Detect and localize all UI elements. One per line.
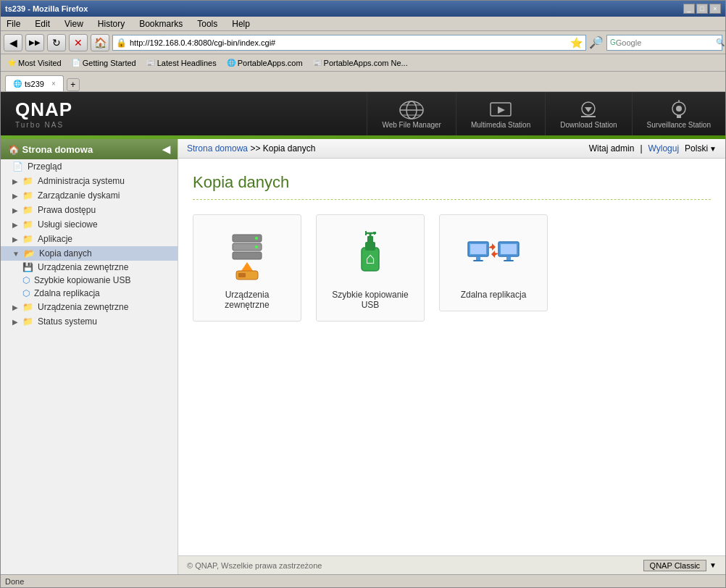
sidebar-item-label: Status systemu <box>38 316 97 327</box>
tab-ts239[interactable]: 🌐 ts239 × <box>5 75 64 91</box>
page-title: Kopia danych <box>193 173 711 200</box>
svg-marker-8 <box>585 107 592 112</box>
sidebar-item-label: Administracja systemu <box>38 176 125 186</box>
sidebar-item-label: Zarządzanie dyskami <box>38 190 120 201</box>
sidebar-item-przeglad[interactable]: 📄 Przegląd <box>1 159 178 174</box>
svg-rect-33 <box>476 256 480 260</box>
logout-link[interactable]: Wyloguj <box>648 143 680 154</box>
download-svg <box>575 99 601 121</box>
browser-window: ts239 - Mozilla Firefox _ □ × File Edit … <box>0 0 726 588</box>
tab-bar: 🌐 ts239 × + <box>1 72 725 92</box>
sidebar-item-prawa[interactable]: ▶ 📁 Prawa dostępu <box>1 203 178 217</box>
bookmark-getting-started[interactable]: 📄 Getting Started <box>70 58 138 68</box>
forward-button[interactable]: ▶▶ <box>25 34 44 51</box>
news2-icon: 📰 <box>313 59 322 67</box>
download-station-label: Download Station <box>560 121 617 129</box>
surveillance-station-label: Surveillance Station <box>647 121 711 129</box>
sidebar-item-label: Usługi sieciowe <box>38 219 98 230</box>
page-content: Kopia danych <box>178 159 725 555</box>
close-button[interactable]: × <box>709 4 721 14</box>
usb-svg: ⌂ <box>341 226 399 284</box>
sidebar-child-label: Urządzenia zewnętrzne <box>38 262 128 272</box>
arrow-icon: ▶ <box>12 206 18 214</box>
qnap-body: 🏠 Strona domowa ◀ 📄 Przegląd ▶ 📁 Adminis… <box>1 139 725 574</box>
menu-bookmarks[interactable]: Bookmarks <box>136 18 185 30</box>
icon-grid: Urządzenia zewnętrzne ⌂ <box>193 214 711 322</box>
multimedia-station-icon[interactable]: Multimedia Station <box>456 92 545 135</box>
svg-point-11 <box>676 106 682 112</box>
svg-rect-37 <box>506 256 511 260</box>
svg-rect-30 <box>373 232 376 234</box>
tab-label: ts239 <box>25 80 44 88</box>
sidebar-item-administracja[interactable]: ▶ 📁 Administracja systemu <box>1 174 178 188</box>
surveillance-svg <box>666 99 692 121</box>
bookmark-portableapps-ne[interactable]: 📰 PortableApps.com Ne... <box>311 58 410 68</box>
sidebar-collapse-button[interactable]: ◀ <box>162 143 170 155</box>
sidebar-item-dyski[interactable]: ▶ 📁 Zarządzanie dyskami <box>1 188 178 203</box>
card-label-usb: Szybkie kopiowanie USB <box>327 290 413 310</box>
svg-marker-6 <box>498 106 505 114</box>
lang-arrow-icon: ▼ <box>709 145 717 153</box>
arrow-icon: ▶ <box>12 177 18 185</box>
breadcrumb-home[interactable]: Strona domowa <box>187 143 248 154</box>
bookmark-most-visited[interactable]: ⭐ Most Visited <box>5 58 64 68</box>
sidebar-item-uslugi[interactable]: ▶ 📁 Usługi sieciowe <box>1 217 178 232</box>
web-file-manager-icon[interactable]: Web File Manager <box>367 92 456 135</box>
sidebar-header: 🏠 Strona domowa ◀ <box>1 139 178 159</box>
status-bar: Done <box>1 574 725 587</box>
card-label-replikacja: Zdalna replikacja <box>461 290 527 300</box>
page-icon: 📄 <box>72 59 80 67</box>
theme-dropdown-arrow[interactable]: ▼ <box>709 561 717 569</box>
bookmark-portableapps[interactable]: 🌐 PortableApps.com <box>225 58 305 68</box>
star-icon: ⭐ <box>7 59 16 67</box>
menu-file[interactable]: File <box>4 18 23 30</box>
sidebar-item-status[interactable]: ▶ 📁 Status systemu <box>1 314 178 329</box>
menu-help[interactable]: Help <box>229 18 253 30</box>
theme-button[interactable]: QNAP Classic <box>643 560 706 571</box>
card-urzadzenia[interactable]: Urządzenia zewnętrzne <box>193 214 301 322</box>
sidebar-child-usb[interactable]: ⬡ Szybkie kopiowanie USB <box>1 274 178 287</box>
replication-svg <box>464 226 522 284</box>
qnap-app: QNAP Turbo NAS Web File Manager <box>1 92 725 574</box>
user-info: Witaj admin | Wyloguj Polski ▼ <box>589 143 717 154</box>
minimize-button[interactable]: _ <box>683 4 695 14</box>
sidebar-item-urzadzenia-zew[interactable]: ▶ 📁 Urządzenia zewnętrzne <box>1 300 178 314</box>
sidebar: 🏠 Strona domowa ◀ 📄 Przegląd ▶ 📁 Adminis… <box>1 139 178 574</box>
logo-text: QNAP <box>15 98 72 121</box>
sidebar-item-label: Aplikacje <box>38 234 72 244</box>
lang-selector[interactable]: Polski ▼ <box>685 143 717 154</box>
qnap-nav-icons: Web File Manager Multimedia Station <box>367 92 725 135</box>
card-icon-replikacja <box>464 226 522 284</box>
bookmark-label: Getting Started <box>83 59 136 67</box>
menu-view[interactable]: View <box>62 18 86 30</box>
main-content: Strona domowa >> Kopia danych Witaj admi… <box>178 139 725 574</box>
sidebar-item-label: Urządzenia zewnętrzne <box>38 302 128 312</box>
address-bar: 🔒 ⭐ <box>112 35 586 51</box>
stop-button[interactable]: ✕ <box>69 34 88 51</box>
card-replikacja[interactable]: Zdalna replikacja <box>439 214 548 311</box>
backup-device-svg <box>218 226 276 284</box>
sidebar-item-kopia[interactable]: ▼ 📂 Kopia danych <box>1 246 178 261</box>
folder-icon: 📁 <box>22 219 33 230</box>
maximize-button[interactable]: □ <box>696 4 708 14</box>
address-input[interactable] <box>130 38 570 47</box>
usb-icon: ⬡ <box>22 275 30 285</box>
search-input[interactable] <box>616 38 716 47</box>
bookmark-label: PortableApps.com Ne... <box>324 59 408 67</box>
bookmark-headlines[interactable]: 📰 Latest Headlines <box>144 58 219 68</box>
refresh-button[interactable]: ↻ <box>47 34 66 51</box>
svg-marker-40 <box>491 251 498 258</box>
back-button[interactable]: ◀ <box>4 34 22 51</box>
menu-history[interactable]: History <box>95 18 128 30</box>
home-button[interactable]: 🏠 <box>91 34 109 51</box>
new-tab-button[interactable]: + <box>67 78 80 91</box>
sidebar-child-replikacja[interactable]: ⬡ Zdalna replikacja <box>1 287 178 300</box>
card-usb[interactable]: ⌂ Szybkie kopiowanie <box>316 214 425 322</box>
sidebar-item-aplikacje[interactable]: ▶ 📁 Aplikacje <box>1 232 178 246</box>
menu-tools[interactable]: Tools <box>194 18 220 30</box>
surveillance-station-icon[interactable]: Surveillance Station <box>632 92 725 135</box>
menu-edit[interactable]: Edit <box>32 18 53 30</box>
arrow-icon: ▶ <box>12 303 18 311</box>
sidebar-child-urzadzenia[interactable]: 💾 Urządzenia zewnętrzne <box>1 261 178 274</box>
download-station-icon[interactable]: Download Station <box>545 92 631 135</box>
